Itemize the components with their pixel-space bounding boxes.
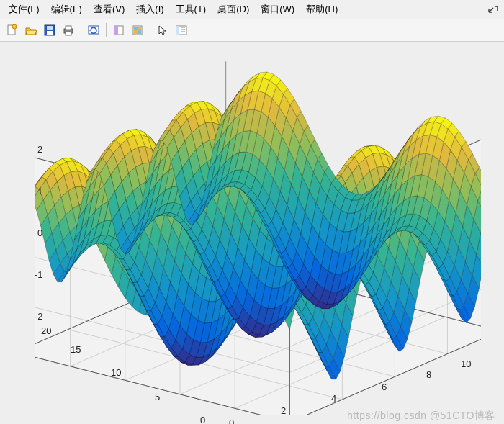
svg-rect-14 bbox=[134, 30, 138, 34]
menu-tools[interactable]: 工具(T) bbox=[171, 2, 211, 17]
z-tick-label: 2 bbox=[37, 144, 42, 155]
print-icon[interactable] bbox=[59, 21, 78, 40]
z-tick-label: -2 bbox=[35, 311, 43, 322]
toolbar-separator bbox=[106, 23, 107, 37]
menu-window[interactable]: 窗口(W) bbox=[256, 2, 299, 17]
x-tick-label: 8 bbox=[426, 369, 431, 380]
menu-insert[interactable]: 插入(I) bbox=[132, 2, 168, 17]
data-cursor-icon[interactable] bbox=[109, 21, 128, 40]
svg-rect-7 bbox=[66, 32, 71, 35]
figure-area: 2 1 0 -1 -2 20 15 10 5 0 0 2 4 6 8 10 ht… bbox=[0, 42, 504, 424]
menu-help[interactable]: 帮助(H) bbox=[302, 2, 342, 17]
y-tick-label: 10 bbox=[111, 367, 121, 378]
menu-edit[interactable]: 编辑(E) bbox=[47, 2, 86, 17]
y-tick-label: 5 bbox=[155, 392, 160, 402]
svg-rect-15 bbox=[138, 30, 141, 34]
axes-3d[interactable] bbox=[35, 55, 481, 415]
svg-rect-13 bbox=[138, 27, 141, 30]
z-tick-label: -1 bbox=[35, 269, 43, 280]
x-tick-label: 0 bbox=[229, 418, 234, 424]
svg-rect-17 bbox=[176, 26, 179, 35]
x-tick-label: 10 bbox=[461, 358, 471, 369]
save-icon[interactable] bbox=[40, 21, 59, 40]
menu-view[interactable]: 查看(V) bbox=[89, 2, 129, 17]
svg-rect-12 bbox=[134, 27, 138, 30]
svg-rect-10 bbox=[114, 26, 118, 35]
dock-arrow-icon[interactable] bbox=[487, 4, 500, 14]
y-tick-label: 15 bbox=[71, 344, 81, 355]
z-tick-label: 0 bbox=[37, 227, 42, 238]
toolbar-separator bbox=[150, 23, 150, 37]
x-tick-label: 2 bbox=[281, 405, 286, 416]
x-tick-label: 6 bbox=[382, 382, 387, 392]
y-tick-label: 0 bbox=[200, 415, 205, 424]
x-tick-label: 4 bbox=[331, 393, 336, 404]
toolbar-separator bbox=[81, 23, 81, 37]
menu-file[interactable]: 文件(F) bbox=[4, 2, 44, 17]
menubar: 文件(F) 编辑(E) 查看(V) 插入(I) 工具(T) 桌面(D) 窗口(W… bbox=[0, 0, 504, 19]
z-tick-label: 1 bbox=[37, 186, 42, 197]
svg-rect-4 bbox=[47, 31, 53, 35]
toolbar bbox=[0, 19, 504, 42]
svg-rect-3 bbox=[47, 26, 53, 30]
plot-tools-icon[interactable] bbox=[172, 21, 191, 40]
open-icon[interactable] bbox=[22, 21, 40, 40]
menu-desktop[interactable]: 桌面(D) bbox=[213, 2, 253, 17]
y-tick-label: 20 bbox=[41, 325, 51, 336]
svg-point-1 bbox=[12, 24, 17, 29]
new-figure-icon[interactable] bbox=[3, 21, 22, 40]
svg-rect-6 bbox=[66, 26, 71, 30]
refresh-icon[interactable] bbox=[84, 21, 103, 40]
pointer-icon[interactable] bbox=[153, 21, 172, 40]
colorbar-icon[interactable] bbox=[128, 21, 147, 40]
